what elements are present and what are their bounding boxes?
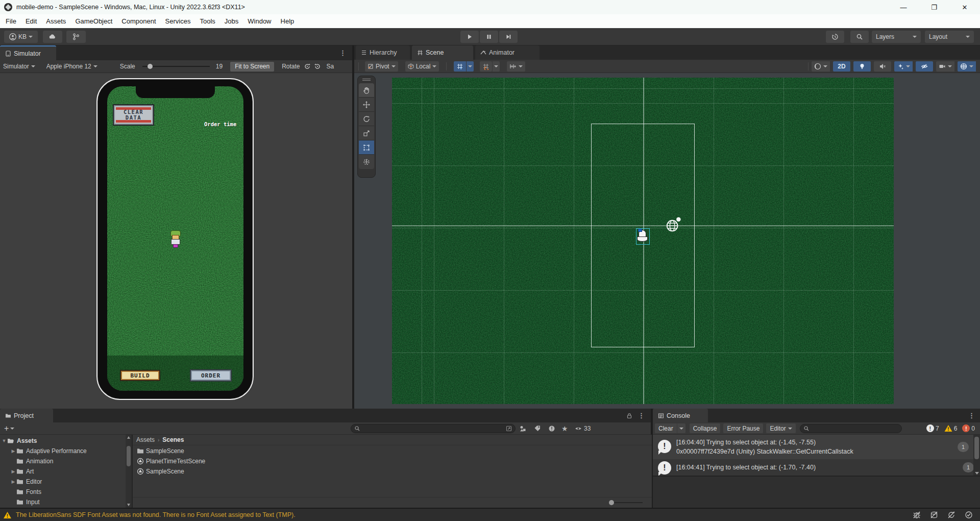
- rect-tool-button[interactable]: [359, 140, 374, 155]
- menu-tools[interactable]: Tools: [195, 17, 219, 25]
- restore-button[interactable]: ❐: [919, 0, 949, 14]
- refresh-disabled-icon[interactable]: [947, 511, 955, 519]
- panel-menu-icon[interactable]: ⋮: [638, 412, 645, 419]
- build-button[interactable]: BUILD: [120, 370, 160, 381]
- tree-item-animation[interactable]: Animation: [0, 456, 126, 466]
- fit-to-screen-button[interactable]: Fit to Screen: [230, 62, 274, 72]
- selected-ship-sprite[interactable]: [636, 228, 650, 245]
- tab-animator[interactable]: Animator: [475, 45, 540, 60]
- version-control-button[interactable]: [66, 31, 86, 43]
- menu-services[interactable]: Services: [161, 17, 195, 25]
- globe-gizmo-icon[interactable]: [665, 216, 682, 233]
- shading-mode-dropdown[interactable]: [812, 61, 830, 72]
- sim-device-dropdown[interactable]: Apple iPhone 12: [46, 63, 97, 70]
- menu-jobs[interactable]: Jobs: [220, 17, 243, 25]
- filter-by-type-icon[interactable]: [519, 425, 526, 432]
- scrollbar-thumb[interactable]: [974, 437, 979, 459]
- editor-dropdown[interactable]: Editor: [766, 423, 795, 433]
- error-count[interactable]: ! 0: [962, 424, 975, 432]
- tab-hierarchy[interactable]: Hierarchy: [356, 45, 410, 60]
- scroll-down-icon[interactable]: [975, 472, 979, 475]
- lock-icon[interactable]: [626, 413, 632, 419]
- 2d-mode-button[interactable]: 2D: [833, 61, 850, 72]
- layers-dropdown[interactable]: Layers: [872, 31, 921, 43]
- pivot-dropdown[interactable]: Pivot: [365, 61, 398, 72]
- move-tool-button[interactable]: [359, 98, 374, 112]
- tab-console[interactable]: Console: [653, 409, 708, 422]
- asset-item-samplescene[interactable]: SampleScene: [133, 466, 652, 477]
- panel-menu-icon[interactable]: ⋮: [339, 49, 346, 57]
- debugger-disabled-icon[interactable]: [913, 511, 921, 519]
- tree-item-input[interactable]: Input: [0, 497, 126, 507]
- snap-settings-button[interactable]: [507, 61, 525, 72]
- asset-item-samplescene-folder[interactable]: SampleScene: [133, 446, 652, 456]
- account-dropdown[interactable]: KB: [4, 31, 38, 43]
- search-in-icon[interactable]: [506, 425, 512, 432]
- warning-count[interactable]: 6: [944, 424, 958, 432]
- breadcrumb-root[interactable]: Assets: [136, 436, 155, 443]
- tab-scene[interactable]: Scene: [412, 45, 473, 60]
- palette-drag-handle[interactable]: [358, 76, 375, 83]
- effects-dropdown[interactable]: [894, 61, 913, 72]
- increment-snap-dropdown[interactable]: [493, 61, 500, 72]
- close-button[interactable]: ✕: [949, 0, 980, 14]
- asset-item-planettimetestscene[interactable]: PlanetTimeTestScene: [133, 456, 652, 466]
- add-asset-dropdown[interactable]: [10, 428, 14, 430]
- status-warning-text[interactable]: The LiberationSans SDF Font Asset was no…: [16, 511, 296, 518]
- project-search-input[interactable]: [351, 424, 516, 433]
- collapse-button[interactable]: Collapse: [690, 423, 721, 433]
- clear-button[interactable]: Clear: [655, 423, 677, 433]
- hand-tool-button[interactable]: [359, 83, 374, 98]
- menu-component[interactable]: Component: [117, 17, 160, 25]
- minimize-button[interactable]: —: [888, 0, 919, 14]
- play-button[interactable]: [460, 31, 479, 43]
- cache-disabled-icon[interactable]: [930, 511, 938, 519]
- visibility-icon[interactable]: [575, 425, 582, 432]
- filter-by-label-icon[interactable]: [534, 425, 541, 432]
- scene-lighting-button[interactable]: [853, 61, 871, 72]
- scroll-up-icon[interactable]: [127, 436, 130, 439]
- pause-button[interactable]: [480, 31, 498, 43]
- gizmos-dropdown[interactable]: [958, 61, 976, 72]
- menu-window[interactable]: Window: [243, 17, 276, 25]
- add-asset-button[interactable]: +: [4, 425, 9, 432]
- cloud-button[interactable]: [43, 31, 62, 43]
- scale-slider[interactable]: [142, 63, 210, 70]
- rotate-tool-button[interactable]: [359, 112, 374, 126]
- rotate-ccw-button[interactable]: [302, 62, 312, 72]
- menu-file[interactable]: File: [1, 17, 21, 25]
- console-scrollbar[interactable]: [973, 435, 980, 476]
- menu-gameobject[interactable]: GameObject: [70, 17, 117, 25]
- compile-ok-icon[interactable]: [965, 511, 973, 519]
- slider-handle[interactable]: [148, 64, 153, 69]
- tab-project[interactable]: Project: [0, 409, 53, 422]
- console-search-input[interactable]: [800, 424, 902, 433]
- order-button[interactable]: ORDER: [190, 369, 232, 382]
- local-dropdown[interactable]: Local: [405, 61, 439, 72]
- tree-item-editor[interactable]: ▶ Editor: [0, 477, 126, 487]
- game-screen[interactable]: CLEAR DATA Order time BUILD ORDER: [107, 86, 243, 391]
- breadcrumb-current[interactable]: Scenes: [162, 436, 184, 443]
- tab-simulator[interactable]: Simulator: [0, 45, 56, 60]
- tree-item-adaptive-performance[interactable]: ▶ Adaptive Performance: [0, 446, 126, 456]
- tree-item-assets[interactable]: ▼ Assets: [0, 436, 126, 446]
- menu-assets[interactable]: Assets: [41, 17, 70, 25]
- scroll-down-icon[interactable]: [127, 504, 130, 506]
- search-button[interactable]: [850, 31, 869, 43]
- scene-visibility-button[interactable]: [916, 61, 933, 72]
- error-pause-button[interactable]: Error Pause: [723, 423, 763, 433]
- item-size-slider[interactable]: [609, 502, 643, 503]
- transform-tool-button[interactable]: [359, 155, 374, 169]
- rotate-cw-button[interactable]: [312, 62, 323, 72]
- scale-tool-button[interactable]: [359, 126, 374, 140]
- scrollbar-thumb[interactable]: [127, 446, 131, 466]
- grid-snap-button[interactable]: Y: [454, 61, 466, 72]
- clear-data-button[interactable]: CLEAR DATA: [113, 104, 154, 126]
- grid-snap-dropdown[interactable]: [467, 61, 474, 72]
- sim-target-dropdown[interactable]: Simulator: [3, 63, 35, 70]
- log-entry[interactable]: ! [16:04:40] Trying to select object at:…: [653, 435, 980, 459]
- info-count[interactable]: ! 7: [926, 424, 939, 432]
- increment-snap-button[interactable]: [480, 61, 492, 72]
- audio-mute-button[interactable]: [874, 61, 891, 72]
- tree-scrollbar[interactable]: [126, 435, 132, 508]
